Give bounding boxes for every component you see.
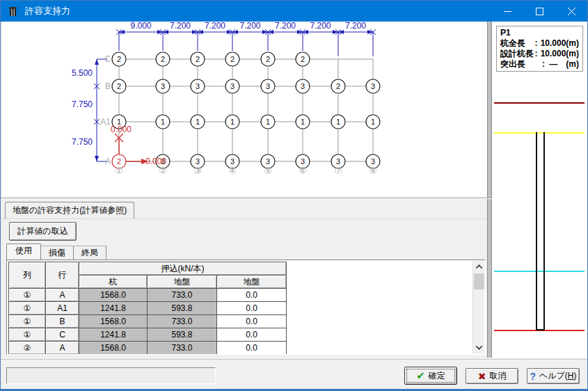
svg-text:3: 3 xyxy=(161,82,165,90)
close-button[interactable] xyxy=(555,1,587,22)
svg-text:⑦: ⑦ xyxy=(334,166,342,176)
dialog-window: 許容支持力 9.0007.2007.2007.2007.2007.2007.20… xyxy=(0,0,588,391)
table-cell: 1568.0 xyxy=(79,289,148,302)
svg-text:3: 3 xyxy=(230,157,235,166)
svg-text:7.200: 7.200 xyxy=(345,22,366,31)
table-body: ①A1568.0733.00.0①A11241.8593.80.0①B1568.… xyxy=(9,289,287,355)
maximize-button[interactable] xyxy=(523,1,555,22)
svg-text:1: 1 xyxy=(196,118,200,126)
table-cell: 1568.0 xyxy=(79,342,148,355)
table-cell: 733.0 xyxy=(148,315,217,328)
question-icon: ? xyxy=(530,371,536,382)
import-calculated-values-button[interactable]: 計算値の取込 xyxy=(9,222,77,241)
svg-text:3: 3 xyxy=(301,157,305,166)
svg-text:3: 3 xyxy=(371,157,375,166)
svg-text:2: 2 xyxy=(117,82,121,90)
table-cell: 1568.0 xyxy=(79,315,148,328)
table-cell: ① xyxy=(9,302,46,315)
svg-text:5.500: 5.500 xyxy=(72,68,93,78)
table-cell[interactable]: 0.0 xyxy=(217,302,287,315)
table-cell: A xyxy=(46,342,79,355)
footer-divider xyxy=(1,359,588,360)
svg-text:1: 1 xyxy=(371,118,375,126)
table-cell: ① xyxy=(9,315,46,328)
table-cell[interactable]: 0.0 xyxy=(217,289,287,302)
table-cell[interactable]: 0.0 xyxy=(217,342,287,355)
table-cell: A1 xyxy=(46,302,79,315)
table-cell: A xyxy=(46,289,79,302)
svg-text:3: 3 xyxy=(196,157,200,166)
column-header-ground2: 地盤 xyxy=(217,276,287,289)
svg-text:7.200: 7.200 xyxy=(170,22,191,31)
svg-text:②: ② xyxy=(159,166,167,176)
table-cell: 733.0 xyxy=(148,289,217,302)
svg-text:3: 3 xyxy=(230,82,235,90)
column-header-group: 押込(kN/本) xyxy=(79,262,287,276)
capacity-table: 列 行 押込(kN/本) 杭 地盤 地盤 ①A1568.0733.00.0①A1… xyxy=(8,262,287,355)
column-header-row: 行 xyxy=(46,262,79,289)
svg-text:2: 2 xyxy=(230,55,235,63)
svg-text:1: 1 xyxy=(230,118,235,126)
window-title: 許容支持力 xyxy=(25,5,70,17)
table-cell: 1241.8 xyxy=(79,302,148,315)
table-row: ①B1568.0733.00.0 xyxy=(9,315,287,328)
svg-text:3: 3 xyxy=(266,82,270,90)
pile-app-icon xyxy=(7,6,19,17)
table-cell[interactable]: 0.0 xyxy=(217,328,287,342)
pile-protrusion-row: 突出長 : ― (m) xyxy=(500,59,579,70)
titlebar[interactable]: 許容支持力 xyxy=(1,1,587,22)
table-row: ①A1568.0733.00.0 xyxy=(9,289,287,302)
chevron-up-icon xyxy=(476,264,483,271)
table-cell: ① xyxy=(9,289,46,302)
help-button[interactable]: ? ヘルプ(H) xyxy=(527,368,580,384)
table-cell: B xyxy=(46,315,79,328)
svg-text:3: 3 xyxy=(301,82,305,90)
svg-text:2: 2 xyxy=(301,55,305,63)
svg-text:0.000: 0.000 xyxy=(111,125,132,134)
svg-text:③: ③ xyxy=(193,166,202,176)
scroll-up-button[interactable] xyxy=(473,261,485,273)
svg-text:1: 1 xyxy=(266,118,270,126)
chevron-down-icon xyxy=(476,343,483,350)
pile-design-length-row: 設計杭長 : 10.000(m) xyxy=(500,49,579,59)
table-scrollbar[interactable] xyxy=(472,261,484,353)
confirm-button[interactable]: ✔ 確定 xyxy=(404,367,457,385)
cancel-button[interactable]: ✖ 取消 xyxy=(466,368,518,384)
column-header-pile: 杭 xyxy=(79,276,148,289)
svg-text:⑤: ⑤ xyxy=(264,166,272,176)
svg-text:7.750: 7.750 xyxy=(72,137,93,147)
scrollbar-thumb[interactable] xyxy=(474,273,484,289)
svg-text:3: 3 xyxy=(196,82,200,90)
table-cell: 593.8 xyxy=(148,302,217,315)
panel-divider xyxy=(487,22,492,358)
svg-text:①: ① xyxy=(115,166,123,176)
tab-ground-allowable-capacity[interactable]: 地盤の許容支持力(計算値参照) xyxy=(5,202,134,219)
table-row: ①A11241.8593.80.0 xyxy=(9,302,287,315)
pile-elevation-panel: P1 杭全長 : 10.000(m) 設計杭長 : 10.000(m) 突出長 … xyxy=(492,22,587,358)
section-divider xyxy=(1,198,492,199)
table-cell: ② xyxy=(9,342,46,355)
svg-text:7.750: 7.750 xyxy=(72,99,93,109)
table-cell: ① xyxy=(9,328,46,342)
svg-text:2: 2 xyxy=(196,55,200,63)
table-row: ①C1241.8593.80.0 xyxy=(9,328,287,342)
status-message-box xyxy=(6,367,216,384)
tab-ultimate-state[interactable]: 終局 xyxy=(74,246,106,260)
svg-text:7.200: 7.200 xyxy=(239,22,260,31)
tab-service-state[interactable]: 使用 xyxy=(6,244,41,260)
pile-name-label: P1 xyxy=(500,28,579,38)
ground-top-line xyxy=(494,102,585,104)
table-row: ②A1568.0733.00.0 xyxy=(9,342,287,355)
tab-damage-state[interactable]: 損傷 xyxy=(41,246,74,260)
table-cell: 733.0 xyxy=(148,342,217,355)
minimize-button[interactable] xyxy=(491,1,523,22)
svg-text:A: A xyxy=(105,157,111,166)
svg-text:1: 1 xyxy=(336,118,340,126)
svg-text:3: 3 xyxy=(336,157,340,166)
svg-text:④: ④ xyxy=(228,166,237,176)
svg-text:A1: A1 xyxy=(100,117,111,127)
svg-text:7.200: 7.200 xyxy=(310,22,331,31)
table-cell[interactable]: 0.0 xyxy=(217,315,287,328)
svg-text:2: 2 xyxy=(336,82,340,90)
scroll-down-button[interactable] xyxy=(473,342,485,353)
